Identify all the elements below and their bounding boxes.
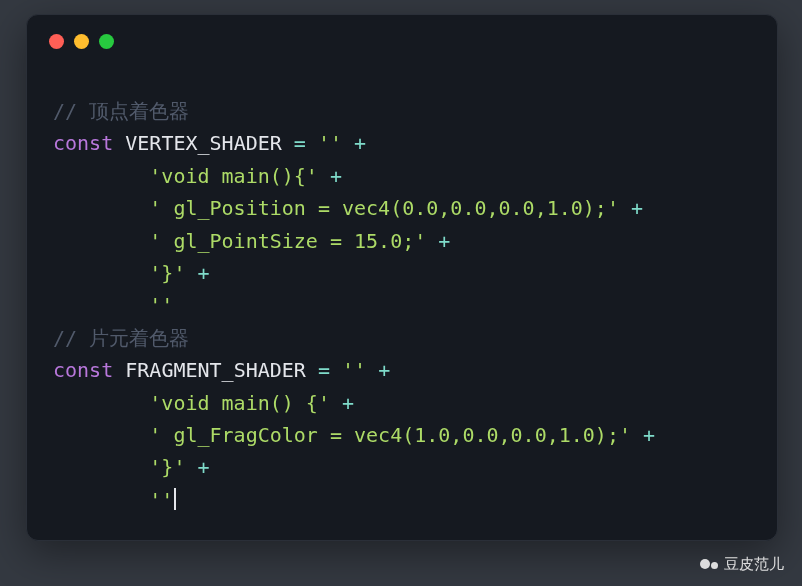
code-operator: +: [366, 358, 390, 382]
code-operator: +: [185, 455, 209, 479]
code-identifier: FRAGMENT_SHADER: [113, 358, 318, 382]
code-string: '': [53, 488, 173, 512]
wechat-icon: [700, 557, 718, 572]
code-string: '': [53, 293, 173, 317]
code-comment: // 片元着色器: [53, 326, 189, 350]
code-operator: +: [330, 391, 354, 415]
code-string: 'void main() {': [53, 391, 330, 415]
text-cursor: [174, 488, 176, 510]
code-operator: +: [619, 196, 643, 220]
code-window: // 顶点着色器 const VERTEX_SHADER = '' + 'voi…: [26, 14, 778, 541]
minimize-icon[interactable]: [74, 34, 89, 49]
code-keyword: const: [53, 131, 113, 155]
code-editor[interactable]: // 顶点着色器 const VERTEX_SHADER = '' + 'voi…: [27, 67, 777, 516]
code-operator: +: [185, 261, 209, 285]
code-string: '': [330, 358, 366, 382]
code-operator: +: [342, 131, 366, 155]
close-icon[interactable]: [49, 34, 64, 49]
watermark-label: 豆皮范儿: [724, 555, 784, 574]
code-identifier: VERTEX_SHADER: [113, 131, 294, 155]
code-string: ' gl_FragColor = vec4(1.0,0.0,0.0,1.0);': [53, 423, 631, 447]
code-string: '': [306, 131, 342, 155]
code-string: ' gl_Position = vec4(0.0,0.0,0.0,1.0);': [53, 196, 619, 220]
code-operator: +: [631, 423, 655, 447]
code-string: ' gl_PointSize = 15.0;': [53, 229, 426, 253]
code-comment: // 顶点着色器: [53, 99, 189, 123]
maximize-icon[interactable]: [99, 34, 114, 49]
code-operator: +: [318, 164, 342, 188]
code-keyword: const: [53, 358, 113, 382]
code-operator: =: [294, 131, 306, 155]
code-operator: +: [426, 229, 450, 253]
code-string: '}': [53, 455, 185, 479]
code-string: 'void main(){': [53, 164, 318, 188]
watermark: 豆皮范儿: [700, 555, 784, 574]
window-titlebar: [27, 15, 777, 67]
code-string: '}': [53, 261, 185, 285]
code-operator: =: [318, 358, 330, 382]
